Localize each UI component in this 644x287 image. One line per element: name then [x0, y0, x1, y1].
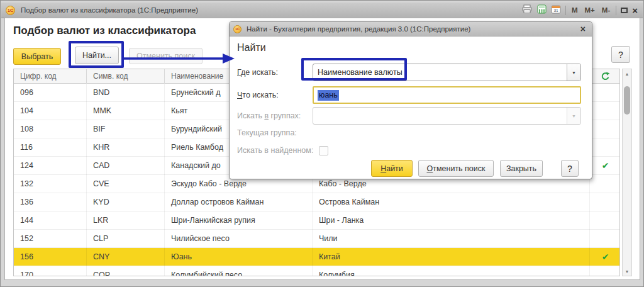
cell-num-code: 136: [14, 193, 87, 211]
in-found-checkbox[interactable]: [319, 146, 328, 155]
cell-num-code: 170: [14, 266, 87, 276]
close-icon[interactable]: ×: [580, 24, 592, 34]
table-row[interactable]: 152CLPЧилийское песоЧили: [14, 230, 620, 248]
what-input[interactable]: юань: [313, 86, 581, 104]
cell-sym-code: CNY: [87, 248, 165, 266]
cell-num-code: 104: [14, 102, 87, 120]
where-label: Где искать:: [237, 64, 278, 81]
page-title: Подбор валют из классификатора: [13, 25, 196, 37]
1c-app-icon: 1С: [6, 6, 15, 15]
cell-country: Чили: [313, 230, 590, 248]
cell-check: [590, 175, 620, 193]
print-icon[interactable]: [521, 4, 533, 16]
select-button[interactable]: Выбрать: [13, 48, 61, 65]
table-row[interactable]: 136KYDДоллар островов КайманОстрова Кайм…: [14, 193, 620, 211]
dialog-title: Найти - Бухгалтерия предприятия, редакци…: [247, 25, 470, 33]
cell-check: [590, 138, 620, 157]
cell-check: [590, 84, 620, 102]
cell-sym-code: LKR: [87, 211, 165, 230]
cell-name: Шри-Ланкийская рупия: [165, 211, 313, 230]
cell-num-code: 152: [14, 230, 87, 248]
groups-combobox[interactable]: ▼: [313, 107, 581, 125]
annotation-arrow: [124, 51, 235, 66]
cell-check: ✔: [590, 248, 620, 266]
cell-num-code: 108: [14, 120, 87, 138]
chevron-down-icon[interactable]: ▼: [567, 64, 580, 81]
cell-check: [590, 120, 620, 138]
cell-check: ✔: [590, 157, 620, 175]
maximize-icon[interactable]: [621, 8, 628, 13]
groups-label: Искать в группах:: [237, 107, 301, 125]
cell-check: [590, 266, 620, 276]
column-header-sym-code[interactable]: Симв. код: [87, 69, 165, 84]
cell-country: Шри - Ланка: [313, 211, 590, 230]
scroll-down-icon[interactable]: ▼: [623, 267, 631, 276]
cell-sym-code: BIF: [87, 120, 165, 138]
annotation-box-find-button: [69, 41, 124, 68]
cell-sym-code: CVE: [87, 175, 165, 193]
memory-mminus-button[interactable]: M-: [601, 6, 611, 14]
dialog-cancel-search-button[interactable]: Отменить поиск: [418, 160, 494, 177]
window-title: Подбор валют из классификатора (1С:Предп…: [21, 6, 198, 14]
1c-app-icon: 1С: [233, 25, 242, 33]
cell-sym-code: MMK: [87, 102, 165, 120]
vertical-scrollbar[interactable]: ▲ ▼: [622, 69, 632, 276]
dialog-titlebar: 1С Найти - Бухгалтерия предприятия, реда…: [230, 22, 592, 37]
cell-sym-code: KYD: [87, 193, 165, 211]
svg-text:31: 31: [553, 8, 558, 13]
cell-num-code: 124: [14, 157, 87, 175]
cell-check: [590, 102, 620, 120]
in-found-label: Искать в найденном:: [237, 142, 313, 159]
cell-check: [590, 211, 620, 230]
main-window: 1С Подбор валют из классификатора (1С:Пр…: [0, 0, 644, 287]
cell-country: Колумбия: [313, 266, 590, 276]
calculator-icon[interactable]: [537, 4, 547, 16]
table-row[interactable]: 170COPКолумбийский песоКолумбия: [14, 266, 620, 276]
scroll-up-icon[interactable]: ▲: [623, 69, 631, 78]
cell-num-code: 096: [14, 84, 87, 102]
cell-country: Острова Кайман: [313, 193, 590, 211]
find-dialog: 1С Найти - Бухгалтерия предприятия, реда…: [229, 21, 592, 179]
cell-num-code: 156: [14, 248, 87, 266]
calendar-icon[interactable]: 31: [551, 4, 561, 16]
annotation-box-where-value: [301, 58, 407, 81]
table-row[interactable]: 144LKRШри-Ланкийская рупияШри - Ланка: [14, 211, 620, 230]
cell-sym-code: BND: [87, 84, 165, 102]
cell-check: [590, 230, 620, 248]
column-header-num-code[interactable]: Цифр. код: [14, 69, 87, 84]
cell-num-code: 144: [14, 211, 87, 230]
cell-num-code: 132: [14, 175, 87, 193]
dialog-help-button[interactable]: ?: [561, 160, 579, 177]
cell-sym-code: CAD: [87, 157, 165, 175]
toolbar-separator: [616, 6, 616, 15]
cell-sym-code: CLP: [87, 230, 165, 248]
cell-num-code: 116: [14, 138, 87, 157]
memory-m-button[interactable]: M: [570, 6, 579, 14]
cell-name: Доллар островов Кайман: [165, 193, 313, 211]
refresh-icon[interactable]: [590, 69, 620, 84]
cell-country: Китай: [313, 248, 590, 266]
scrollbar-thumb[interactable]: [624, 86, 630, 115]
cell-name: Чилийское песо: [165, 230, 313, 248]
close-icon[interactable]: ×: [632, 6, 638, 15]
table-row[interactable]: 156CNYЮаньКитай✔: [14, 248, 620, 266]
current-group-label: Текущая группа:: [237, 127, 297, 139]
help-button[interactable]: ?: [611, 46, 630, 63]
dialog-close-button[interactable]: Закрыть: [500, 160, 543, 177]
cell-sym-code: KHR: [87, 138, 165, 157]
cell-check: [590, 193, 620, 211]
chevron-down-icon: ▼: [567, 108, 580, 124]
what-label: Что искать:: [237, 86, 279, 104]
dialog-heading: Найти: [237, 42, 266, 53]
dialog-find-button[interactable]: Найти: [371, 160, 413, 177]
memory-mplus-button[interactable]: M+: [584, 6, 596, 14]
main-titlebar: 1С Подбор валют из классификатора (1С:Пр…: [1, 3, 643, 18]
cell-name: Юань: [165, 248, 313, 266]
cell-name: Колумбийский песо: [165, 266, 313, 276]
selected-text: юань: [318, 90, 339, 101]
cell-sym-code: COP: [87, 266, 165, 276]
toolbar-separator: [565, 6, 566, 15]
